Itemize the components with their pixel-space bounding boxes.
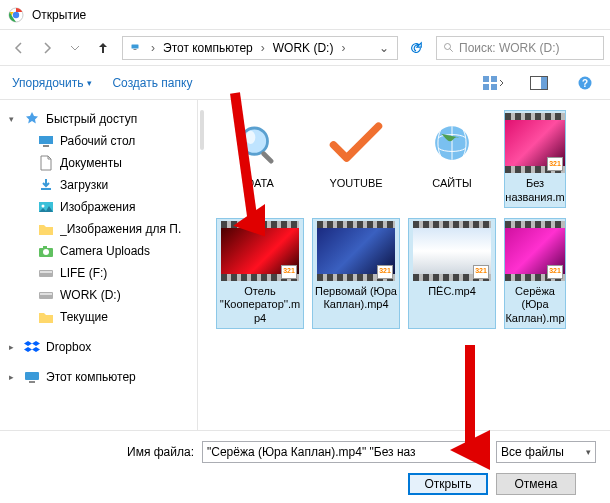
sidebar-item-desktop[interactable]: Рабочий стол bbox=[0, 130, 197, 152]
new-folder-button[interactable]: Создать папку bbox=[112, 76, 192, 90]
view-menu[interactable] bbox=[480, 72, 506, 94]
sidebar-item-current[interactable]: Текущие bbox=[0, 306, 197, 328]
file-pes[interactable]: 321ПЁС.mp4 bbox=[408, 218, 496, 329]
svg-rect-25 bbox=[29, 381, 35, 383]
file-list[interactable]: DATAYOUTUBEСАЙТЫ321Без названия.m321Отел… bbox=[206, 100, 610, 430]
breadcrumb[interactable]: › Этот компьютер › WORK (D:) › ⌄ bbox=[122, 36, 398, 60]
preview-pane-button[interactable] bbox=[526, 72, 552, 94]
svg-rect-7 bbox=[483, 84, 489, 90]
svg-rect-24 bbox=[25, 372, 39, 380]
back-button[interactable] bbox=[6, 35, 32, 61]
svg-point-1 bbox=[13, 11, 19, 17]
refresh-button[interactable] bbox=[404, 36, 428, 60]
folder-youtube[interactable]: YOUTUBE bbox=[312, 110, 400, 208]
open-button[interactable]: Открыть bbox=[408, 473, 488, 495]
dropbox-icon bbox=[24, 339, 40, 355]
collapse-icon[interactable]: ▾ bbox=[6, 114, 16, 124]
recent-dropdown[interactable] bbox=[62, 35, 88, 61]
sidebar-item-life[interactable]: LIFE (F:) bbox=[0, 262, 197, 284]
codec-badge-icon: 321 bbox=[473, 265, 489, 279]
chevron-right-icon[interactable]: › bbox=[147, 41, 159, 55]
svg-rect-3 bbox=[134, 49, 137, 50]
sidebar-item-documents[interactable]: Документы bbox=[0, 152, 197, 174]
nav-bar: › Этот компьютер › WORK (D:) › ⌄ Поиск: … bbox=[0, 30, 610, 66]
svg-point-27 bbox=[246, 131, 255, 144]
svg-rect-6 bbox=[491, 76, 497, 82]
svg-rect-13 bbox=[39, 136, 53, 144]
chrome-icon bbox=[8, 7, 24, 23]
chevron-down-icon: ▾ bbox=[586, 447, 591, 457]
filetype-dropdown[interactable]: Все файлы ▾ bbox=[496, 441, 596, 463]
folder-icon bbox=[221, 113, 299, 173]
up-button[interactable] bbox=[90, 35, 116, 61]
cancel-button[interactable]: Отмена bbox=[496, 473, 576, 495]
footer: Имя файла: Все файлы ▾ Открыть Отмена bbox=[0, 430, 610, 495]
sidebar-quick-access[interactable]: ▾ Быстрый доступ bbox=[0, 108, 197, 130]
work-icon bbox=[38, 287, 54, 303]
codec-badge-icon: 321 bbox=[547, 265, 563, 279]
svg-rect-5 bbox=[483, 76, 489, 82]
folder-icon bbox=[413, 113, 491, 173]
organize-menu[interactable]: Упорядочить▾ bbox=[12, 76, 92, 90]
svg-rect-10 bbox=[541, 77, 547, 89]
chevron-right-icon[interactable]: › bbox=[257, 41, 269, 55]
svg-text:?: ? bbox=[582, 78, 588, 89]
folder-icon bbox=[317, 113, 395, 173]
help-button[interactable]: ? bbox=[572, 72, 598, 94]
svg-rect-28 bbox=[260, 151, 274, 165]
search-input[interactable]: Поиск: WORK (D:) bbox=[436, 36, 604, 60]
desktop-icon bbox=[38, 133, 54, 149]
file-pervomay[interactable]: 321Первомай (Юра Каплан).mp4 bbox=[312, 218, 400, 329]
file-untitled[interactable]: 321Без названия.m bbox=[504, 110, 566, 208]
documents-icon bbox=[38, 155, 54, 171]
downloads-icon bbox=[38, 177, 54, 193]
expand-icon[interactable]: ▸ bbox=[6, 342, 16, 352]
current-icon bbox=[38, 309, 54, 325]
video-thumb: 321 bbox=[317, 221, 395, 281]
filename-input[interactable] bbox=[202, 441, 480, 463]
folder-sites[interactable]: САЙТЫ bbox=[408, 110, 496, 208]
forward-button[interactable] bbox=[34, 35, 60, 61]
star-icon bbox=[24, 111, 40, 127]
codec-badge-icon: 321 bbox=[281, 265, 297, 279]
svg-rect-14 bbox=[43, 145, 49, 147]
video-thumb: 321 bbox=[221, 221, 299, 281]
search-placeholder: Поиск: WORK (D:) bbox=[459, 41, 560, 55]
life-icon bbox=[38, 265, 54, 281]
camera-icon bbox=[38, 243, 54, 259]
window-title: Открытие bbox=[32, 8, 86, 22]
svg-rect-2 bbox=[132, 44, 139, 48]
search-icon bbox=[443, 42, 455, 54]
sidebar-item-downloads[interactable]: Загрузки bbox=[0, 174, 197, 196]
filename-label: Имя файла: bbox=[14, 445, 194, 459]
breadcrumb-segment[interactable]: Этот компьютер bbox=[159, 41, 257, 55]
video-thumb: 321 bbox=[505, 113, 565, 173]
sidebar-dropbox[interactable]: ▸ Dropbox bbox=[0, 336, 197, 358]
titlebar: Открытие bbox=[0, 0, 610, 30]
file-hotel[interactable]: 321Отель ''Кооператор''.mp4 bbox=[216, 218, 304, 329]
breadcrumb-segment[interactable]: WORK (D:) bbox=[269, 41, 338, 55]
splitter[interactable] bbox=[198, 100, 206, 430]
video-thumb: 321 bbox=[413, 221, 491, 281]
codec-badge-icon: 321 bbox=[547, 157, 563, 171]
folder-data[interactable]: DATA bbox=[216, 110, 304, 208]
expand-icon[interactable]: ▸ bbox=[6, 372, 16, 382]
pc-icon bbox=[127, 40, 143, 56]
sidebar-item-work[interactable]: WORK (D:) bbox=[0, 284, 197, 306]
dialog-body: ▾ Быстрый доступ Рабочий столДокументыЗа… bbox=[0, 100, 610, 430]
svg-rect-23 bbox=[40, 293, 52, 295]
svg-rect-19 bbox=[43, 246, 47, 249]
sidebar-item-camera[interactable]: Camera Uploads bbox=[0, 240, 197, 262]
sidebar-item-pictures[interactable]: Изображения bbox=[0, 196, 197, 218]
breadcrumb-dropdown[interactable]: ⌄ bbox=[375, 41, 393, 55]
file-sereja[interactable]: 321Серёжа (Юра Каплан).mp bbox=[504, 218, 566, 329]
sidebar: ▾ Быстрый доступ Рабочий столДокументыЗа… bbox=[0, 100, 198, 430]
codec-badge-icon: 321 bbox=[377, 265, 393, 279]
sidebar-this-pc[interactable]: ▸ Этот компьютер bbox=[0, 366, 197, 388]
svg-point-18 bbox=[43, 249, 49, 255]
pc-icon bbox=[24, 369, 40, 385]
sidebar-item-picfolder[interactable]: _Изображения для П. bbox=[0, 218, 197, 240]
svg-point-4 bbox=[445, 43, 451, 49]
svg-rect-8 bbox=[491, 84, 497, 90]
chevron-right-icon[interactable]: › bbox=[337, 41, 349, 55]
